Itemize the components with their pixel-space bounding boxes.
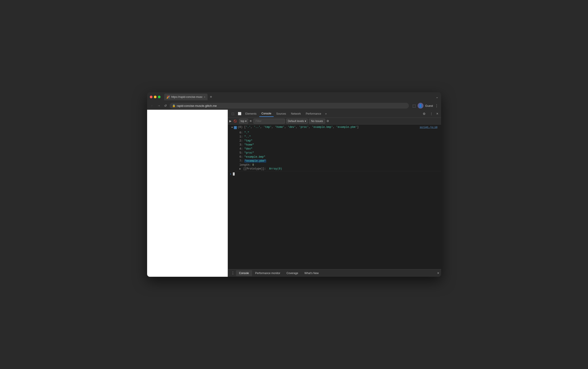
- console-settings-icon[interactable]: ⚙: [326, 119, 329, 123]
- tab-sources[interactable]: Sources: [274, 111, 288, 117]
- browser-window: 🎉 https://rapid-concise-muscle.g... × + …: [147, 92, 441, 277]
- console-output[interactable]: i (8) ['.', '..', 'tmp', 'home', 'dev', …: [228, 124, 441, 269]
- array-entry-1: 1: "..": [234, 135, 284, 139]
- devtools-more-button[interactable]: ⋮: [428, 111, 434, 117]
- bottom-menu-dots[interactable]: ⋮: [230, 271, 236, 275]
- close-traffic-light[interactable]: [150, 96, 152, 98]
- context-arrow-icon: ▾: [245, 120, 246, 123]
- active-tab[interactable]: 🎉 https://rapid-concise-muscle.g... ×: [164, 94, 208, 100]
- array-entry-2: 2: "tmp": [234, 139, 284, 143]
- main-area: ⬚ ⬜ Elements Console Sources Network Per…: [147, 110, 441, 277]
- array-prototype: ▶ [[Prototype]]: Array(0): [234, 167, 284, 171]
- array-length: length: 8: [234, 163, 284, 167]
- inspect-element-button[interactable]: ⬚: [230, 111, 236, 117]
- profile-name[interactable]: Guest: [425, 104, 433, 107]
- lock-icon: 🔒: [172, 104, 176, 107]
- forward-button[interactable]: →: [157, 103, 162, 108]
- context-selector[interactable]: top ▾: [239, 119, 248, 123]
- bottom-close-button[interactable]: ×: [437, 271, 439, 275]
- devtools-settings-button[interactable]: ⚙: [421, 111, 427, 117]
- console-source-link[interactable]: script.js:10: [420, 126, 437, 129]
- browser-menu-button[interactable]: ⋮: [435, 104, 438, 108]
- devtools-panel: ⬚ ⬜ Elements Console Sources Network Per…: [228, 110, 441, 277]
- profile-area: ⬚ 👤 Guest ⋮: [412, 103, 438, 109]
- page-content: [147, 110, 228, 277]
- execute-context-icon[interactable]: ▶: [229, 119, 232, 123]
- title-bar: 🎉 https://rapid-concise-muscle.g... × + …: [147, 92, 441, 102]
- minimize-traffic-light[interactable]: [154, 96, 157, 98]
- url-field[interactable]: 🔒 rapid-concise-muscle.glitch.me: [170, 103, 409, 109]
- back-button[interactable]: ←: [150, 103, 155, 108]
- traffic-lights: [150, 96, 161, 98]
- log-levels-label: Default levels: [288, 120, 304, 123]
- array-entry-6: 6: "example.bmp": [234, 155, 284, 159]
- tab-close-button[interactable]: ×: [204, 96, 205, 98]
- bottom-tab-performance-monitor[interactable]: Performance monitor: [252, 270, 284, 276]
- context-label: top: [241, 120, 244, 123]
- device-toolbar-button[interactable]: ⬜: [236, 111, 243, 117]
- reload-button[interactable]: ↺: [163, 103, 168, 108]
- more-tabs-button[interactable]: »: [324, 111, 328, 116]
- console-prompt-icon: ›: [230, 172, 232, 176]
- devtools-toggle-button[interactable]: ⬚: [412, 104, 416, 108]
- array-entries: 0: "." 1: ".." 2: "tmp" 3: "home" 4: "de: [230, 131, 284, 171]
- console-array-line: i (8) ['.', '..', 'tmp', 'home', 'dev', …: [228, 124, 441, 171]
- no-issues-text: No Issues: [311, 120, 323, 123]
- new-tab-button[interactable]: +: [208, 95, 214, 99]
- devtools-secondary-toolbar: ▶ 🚫 top ▾ 👁 Default levels ▾ No Issues ⚙: [228, 118, 441, 124]
- array-entry-0: 0: ".": [234, 131, 284, 135]
- no-issues-badge: No Issues: [309, 119, 325, 123]
- profile-avatar[interactable]: 👤: [418, 103, 423, 109]
- devtools-toolbar-right: ⚙ ⋮ ×: [421, 111, 439, 117]
- maximize-traffic-light[interactable]: [158, 96, 161, 98]
- array-entry-5: 5: "proc": [234, 151, 284, 155]
- log-levels-selector[interactable]: Default levels ▾: [286, 119, 308, 123]
- bottom-tab-coverage[interactable]: Coverage: [284, 270, 301, 276]
- console-cursor: [233, 172, 235, 175]
- clear-console-button[interactable]: 🚫: [233, 119, 238, 123]
- tab-bar: 🎉 https://rapid-concise-muscle.g... × +: [164, 94, 434, 100]
- array-entry-7: 7: "example.pbm": [234, 159, 284, 163]
- array-entry-3: 3: "home": [234, 143, 284, 147]
- log-levels-arrow-icon: ▾: [305, 120, 306, 123]
- tab-elements[interactable]: Elements: [243, 111, 259, 117]
- address-bar: ← → ↺ 🔒 rapid-concise-muscle.glitch.me ⬚…: [147, 102, 441, 110]
- array-expand-arrow[interactable]: [232, 126, 233, 129]
- array-entry-4: 4: "dev": [234, 147, 284, 151]
- tab-url-text: https://rapid-concise-muscle.g...: [171, 95, 203, 99]
- console-input-line[interactable]: ›: [228, 171, 441, 177]
- tab-network[interactable]: Network: [289, 111, 303, 117]
- devtools-close-button[interactable]: ×: [435, 112, 439, 116]
- tab-favicon: 🎉: [166, 95, 170, 99]
- devtools-bottom-bar: ⋮ Console Performance monitor Coverage W…: [228, 269, 441, 277]
- eye-icon[interactable]: 👁: [249, 120, 252, 123]
- url-text: rapid-concise-muscle.glitch.me: [177, 104, 217, 107]
- array-summary-text: (8) ['.', '..', 'tmp', 'home', 'dev', 'p…: [238, 126, 359, 129]
- devtools-toolbar: ⬚ ⬜ Elements Console Sources Network Per…: [228, 110, 441, 118]
- console-info-badge: i: [234, 126, 237, 129]
- console-filter-input[interactable]: [253, 119, 285, 123]
- tab-performance[interactable]: Performance: [304, 111, 324, 117]
- bottom-tab-console[interactable]: Console: [236, 270, 252, 276]
- bottom-tab-whats-new[interactable]: What's New: [301, 270, 322, 276]
- tab-chevron-icon[interactable]: ⌄: [436, 95, 438, 99]
- tab-console[interactable]: Console: [259, 111, 274, 117]
